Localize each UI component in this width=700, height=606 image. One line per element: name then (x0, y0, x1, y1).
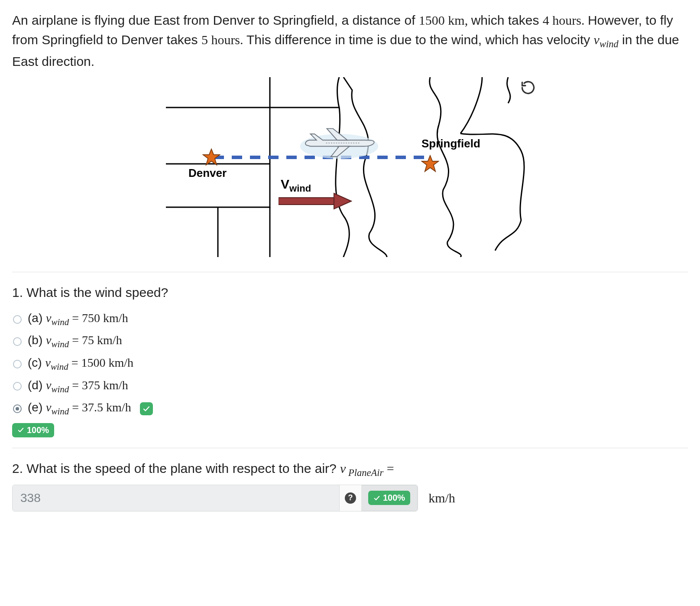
q2-unit: km/h (422, 485, 455, 512)
time-east-value: 4 hours. (543, 13, 588, 27)
divider (12, 272, 688, 272)
label-vwind: Vwind (281, 177, 311, 194)
check-icon (17, 427, 24, 433)
figure-map: Denver Springfield Vwind (162, 77, 538, 257)
svg-marker-6 (334, 193, 351, 209)
radio-button[interactable] (13, 360, 22, 368)
correct-mark (140, 402, 153, 415)
divider (12, 448, 688, 448)
q2-score-chip: 100% (368, 491, 410, 505)
q1-score-label: 100% (27, 425, 49, 435)
vwind-symbol: vwind (594, 33, 619, 47)
distance-value: 1500 km, (419, 13, 471, 27)
star-icon-denver (202, 148, 220, 166)
q1-score-chip: 100% (12, 423, 54, 437)
q2-title: 2. What is the speed of the plane with r… (12, 461, 688, 479)
label-springfield: Springfield (421, 137, 480, 150)
svg-rect-5 (279, 198, 335, 205)
star-icon-springfield (421, 155, 439, 173)
q1-title: 1. What is the wind speed? (12, 285, 688, 300)
q2-answer-input[interactable] (13, 485, 339, 511)
q1-option-a[interactable]: (a) vwind = 750 km/h (13, 311, 688, 328)
question-2: 2. What is the speed of the plane with r… (12, 461, 688, 512)
q2-score-block: 100% (361, 485, 418, 511)
radio-button[interactable] (13, 382, 22, 391)
q1-option-e[interactable]: (e) vwind = 37.5 km/h (13, 401, 688, 417)
problem-text-part-4: This difference in time is due to the wi… (246, 33, 594, 47)
svg-marker-1 (203, 149, 220, 165)
q1-option-d[interactable]: (d) vwind = 375 km/h (13, 378, 688, 395)
help-button[interactable]: ? (339, 485, 361, 511)
label-denver: Denver (188, 166, 227, 180)
problem-text-part-1: An airplane is flying due East from Denv… (12, 13, 419, 27)
option-label: (a) vwind = 750 km/h (28, 311, 128, 328)
radio-button[interactable] (13, 404, 22, 413)
airplane-icon (298, 123, 380, 162)
check-icon (373, 495, 380, 502)
q1-option-b[interactable]: (b) vwind = 75 km/h (13, 333, 688, 350)
q2-answer-box: ? 100% (12, 485, 418, 512)
q1-option-c[interactable]: (c) vwind = 1500 km/h (13, 356, 688, 372)
question-1: 1. What is the wind speed? (a) vwind = 7… (12, 285, 688, 437)
radio-button[interactable] (13, 337, 22, 346)
problem-statement: An airplane is flying due East from Denv… (12, 10, 688, 71)
option-label: (b) vwind = 75 km/h (28, 333, 122, 350)
svg-marker-2 (422, 156, 439, 172)
q2-score-label: 100% (383, 493, 405, 503)
option-label: (e) vwind = 37.5 km/h (28, 401, 131, 417)
option-label: (d) vwind = 375 km/h (28, 378, 128, 395)
option-label: (c) vwind = 1500 km/h (28, 356, 133, 372)
radio-button[interactable] (13, 315, 22, 324)
problem-text-part-2: which takes (471, 13, 543, 27)
wind-arrow-icon (279, 192, 352, 210)
help-icon: ? (345, 492, 356, 504)
time-west-value: 5 hours. (201, 33, 246, 47)
